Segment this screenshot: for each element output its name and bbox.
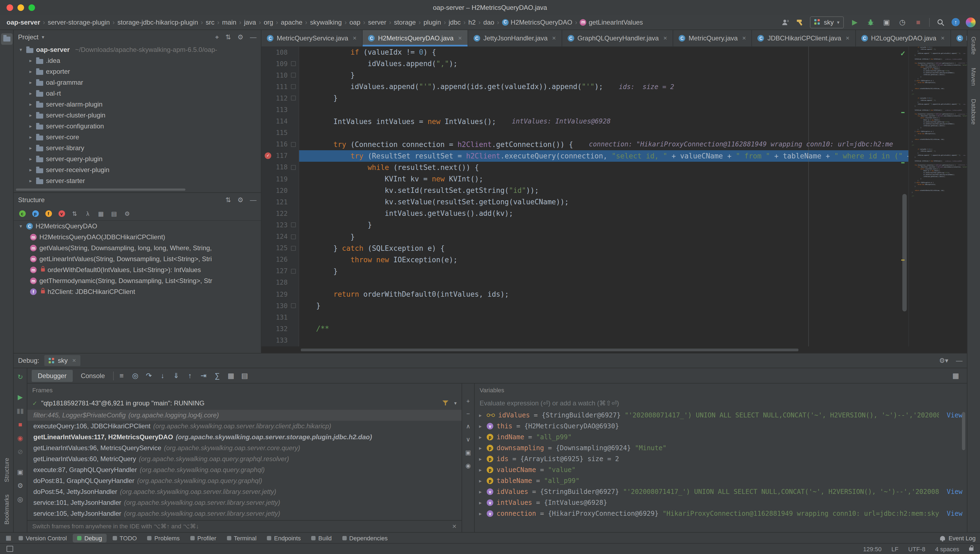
- step-into-icon[interactable]: ↓: [157, 370, 168, 381]
- breadcrumb-item[interactable]: mgetLinearIntValues: [580, 18, 643, 26]
- expand-chevron-icon[interactable]: ▶: [479, 413, 484, 418]
- class-filter-icon[interactable]: f: [44, 210, 53, 218]
- chevron-collapsed-icon[interactable]: ▸: [28, 69, 34, 74]
- resume-icon[interactable]: ▶: [16, 393, 25, 401]
- fold-marker-icon[interactable]: [291, 234, 296, 239]
- code-line[interactable]: kv.setValue(resultSet.getLong(valueCName…: [299, 196, 967, 208]
- frame-row[interactable]: getLinearIntValues:96, MetricsQueryServi…: [27, 443, 461, 454]
- chevron-collapsed-icon[interactable]: ▸: [28, 156, 34, 162]
- move-up-icon[interactable]: ∧: [466, 423, 470, 430]
- evaluate-expression-input[interactable]: Evaluate expression (⏎) or add a watch (…: [475, 396, 967, 410]
- frame-row[interactable]: service:101, JettyJsonHandler(org.apache…: [27, 497, 461, 508]
- expand-chevron-icon[interactable]: ▶: [479, 500, 484, 505]
- chevron-collapsed-icon[interactable]: ▸: [28, 91, 34, 96]
- variable-row[interactable]: ▶vidValues = {StringBuilder@6927} "'2020…: [475, 486, 967, 497]
- gutter-line[interactable]: 130: [262, 300, 298, 311]
- project-tree-item[interactable]: ▸server-receiver-plugin: [14, 164, 261, 175]
- event-log-button[interactable]: Event Log: [940, 535, 976, 541]
- stop-icon[interactable]: ■: [16, 420, 25, 429]
- code-line[interactable]: return orderWithDefault0(intValues, ids)…: [299, 288, 967, 300]
- minimize-window-button[interactable]: [18, 4, 24, 11]
- mute-breakpoints-icon[interactable]: ⊘: [16, 447, 25, 456]
- tool-stripe-database[interactable]: Database: [970, 99, 977, 124]
- project-horizontal-scrollbar[interactable]: [16, 188, 185, 191]
- chevron-collapsed-icon[interactable]: ▸: [28, 102, 34, 107]
- gutter-line[interactable]: 112: [262, 92, 298, 104]
- gutter-line[interactable]: 119: [262, 173, 298, 185]
- frame-row[interactable]: getLinearIntValues:117, H2MetricsQueryDA…: [27, 431, 461, 443]
- view-breakpoints-icon[interactable]: ◉: [16, 434, 25, 443]
- variable-row[interactable]: ▶pvalueCName = "value": [475, 465, 967, 475]
- variable-row[interactable]: ▶pids = {ArrayList@6925} size = 2: [475, 454, 967, 465]
- code-line[interactable]: kv.setId(resultSet.getString("id"));: [299, 185, 967, 196]
- expand-chevron-icon[interactable]: ▶: [479, 511, 484, 516]
- tool-stripe-structure[interactable]: Structure: [3, 458, 10, 482]
- structure-item[interactable]: mgetLinearIntValues(String, Downsampling…: [14, 253, 261, 264]
- gutter-line[interactable]: 114: [262, 116, 298, 127]
- view-options-icon[interactable]: ▤: [239, 370, 251, 381]
- breadcrumb-item[interactable]: storage: [394, 18, 416, 26]
- code-line[interactable]: [299, 104, 967, 116]
- remove-watch-icon[interactable]: −: [466, 410, 470, 417]
- gutter-line[interactable]: 126: [262, 254, 298, 265]
- code-line[interactable]: if (valueIdx != 0) {: [299, 46, 967, 58]
- chevron-expanded-icon[interactable]: ▾: [18, 47, 24, 53]
- code-line[interactable]: } catch (SQLException e) {: [299, 242, 967, 254]
- chevron-down-icon[interactable]: ▾: [454, 401, 456, 406]
- debug-session-tab[interactable]: sky ✕: [44, 355, 80, 366]
- step-out-icon[interactable]: ↑: [184, 370, 196, 381]
- project-tree-item[interactable]: ▸server-configuration: [14, 121, 261, 132]
- gutter-line[interactable]: 120: [262, 185, 298, 196]
- run-config-selector[interactable]: sky▾: [810, 16, 844, 28]
- breadcrumb-item[interactable]: oap: [350, 18, 361, 26]
- hide-panel-icon[interactable]: —: [250, 196, 257, 204]
- debugger-tab-console[interactable]: Console: [75, 369, 111, 382]
- filter-frames-icon[interactable]: [443, 401, 449, 406]
- gutter-line[interactable]: 111: [262, 81, 298, 92]
- variable-row[interactable]: ▶vintValues = {IntValues@6928}: [475, 497, 967, 508]
- code-line[interactable]: }: [299, 231, 967, 242]
- fold-marker-icon[interactable]: [291, 223, 296, 228]
- build-hammer-icon[interactable]: [796, 18, 804, 26]
- collapse-icon[interactable]: ⚙: [123, 210, 131, 218]
- line-separator[interactable]: LF: [891, 546, 899, 552]
- variable-row[interactable]: ▶pdownsampling = {Downsampling@6924} "Mi…: [475, 443, 967, 454]
- project-tree-item[interactable]: ▸oal-grammar: [14, 77, 261, 88]
- code-line[interactable]: [299, 127, 967, 138]
- show-watches-icon[interactable]: ◉: [465, 462, 471, 469]
- fold-marker-icon[interactable]: [291, 142, 296, 147]
- editor-horizontal-scrollbar[interactable]: [301, 349, 798, 351]
- chevron-collapsed-icon[interactable]: ▸: [28, 80, 34, 85]
- toolwindow-button-version-control[interactable]: Version Control: [14, 533, 71, 542]
- sort-icon[interactable]: ⇅: [225, 196, 231, 204]
- code-line[interactable]: }: [299, 266, 967, 277]
- hide-panel-icon[interactable]: —: [956, 357, 962, 365]
- gutter-line[interactable]: 133: [262, 334, 298, 346]
- view-value-link[interactable]: View: [942, 488, 962, 495]
- breadcrumb-item[interactable]: server: [368, 18, 386, 26]
- view-value-link[interactable]: View: [942, 411, 962, 419]
- frame-row[interactable]: getLinearIntValues:60, MetricQuery(org.a…: [27, 454, 461, 465]
- tool-stripe-bookmarks[interactable]: Bookmarks: [3, 494, 10, 524]
- inspection-ok-icon[interactable]: ✓: [900, 50, 906, 57]
- share-user-icon[interactable]: a: [780, 17, 790, 27]
- layout-icon[interactable]: ≡: [116, 370, 128, 381]
- visibility-filter-icon[interactable]: λ: [84, 210, 92, 218]
- structure-root-row[interactable]: ▾CH2MetricsQueryDAO: [14, 221, 261, 232]
- settings-icon[interactable]: ⚙: [237, 33, 243, 41]
- breakpoint-icon[interactable]: ✓: [265, 153, 271, 159]
- close-icon[interactable]: ✕: [452, 524, 456, 529]
- frame-row[interactable]: doPost:54, JettyJsonHandler(org.apache.s…: [27, 486, 461, 497]
- toolwindow-switcher-icon[interactable]: [6, 546, 13, 552]
- coverage-button[interactable]: ▣: [881, 17, 891, 27]
- code-line[interactable]: [299, 277, 967, 288]
- breadcrumb-item[interactable]: org: [263, 18, 273, 26]
- move-down-icon[interactable]: ∨: [466, 436, 470, 443]
- expand-chevron-icon[interactable]: ▶: [479, 457, 484, 462]
- code-line[interactable]: }: [299, 220, 967, 231]
- variables-scrollbar[interactable]: [962, 412, 965, 450]
- add-watch-icon[interactable]: +: [466, 398, 470, 404]
- toolwindow-button-dependencies[interactable]: Dependencies: [338, 533, 392, 542]
- gutter-line[interactable]: 124: [262, 231, 298, 242]
- run-button[interactable]: ▶: [850, 17, 860, 27]
